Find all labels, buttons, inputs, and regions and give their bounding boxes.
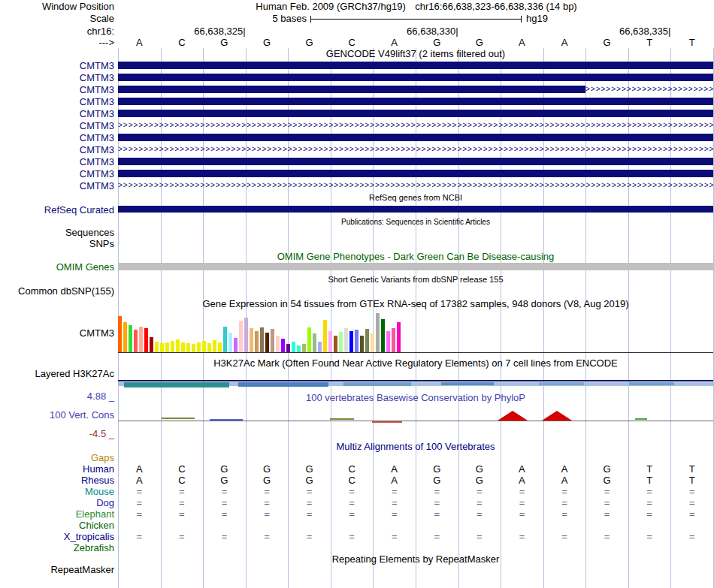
gene-strand-arrows[interactable]: >>>>>>>>>>>>>>>>>>>>>>>>>>>>>>>>>>>>>>>>…	[118, 146, 713, 153]
track-label-gencode[interactable]: CMTM3	[0, 96, 114, 107]
species-label-chicken[interactable]: Chicken	[0, 520, 114, 531]
species-label-human[interactable]: Human	[0, 463, 114, 475]
gtex-expression-bar[interactable]	[376, 313, 380, 352]
gtex-expression-bar[interactable]	[286, 344, 290, 352]
dbsnp-track-title[interactable]: Short Genetic Variants from dbSNP releas…	[118, 275, 713, 284]
gtex-expression-bar[interactable]	[381, 319, 385, 352]
gtex-expression-bar[interactable]	[371, 333, 374, 352]
track-label-gencode[interactable]: CMTM3	[0, 180, 114, 191]
gtex-expression-bar[interactable]	[292, 342, 295, 352]
gtex-expression-bar[interactable]	[339, 332, 343, 352]
gene-strand-arrows[interactable]: >>>>>>>>>>>>>>>>>>>>>>>>>>>>>>>>>>>>>>>>…	[118, 182, 713, 189]
multiz-track-title[interactable]: Multiz Alignments of 100 Vertebrates	[118, 441, 713, 452]
gene-bar[interactable]	[118, 158, 713, 165]
track-label-snps[interactable]: SNPs	[0, 238, 114, 249]
gene-strand-arrows[interactable]: >>>>>>>>>>>>>>>>>>>>>>>>>>>>>>>>>>>>>>>>…	[118, 122, 713, 129]
gtex-expression-bar[interactable]	[355, 330, 359, 352]
cons-track-title[interactable]: 100 vertebrates Basewise Conservation by…	[118, 392, 713, 403]
encode-track-title[interactable]: H3K27Ac Mark (Often Found Near Active Re…	[118, 357, 713, 369]
track-label-gencode[interactable]: CMTM3	[0, 168, 114, 179]
gene-bar[interactable]	[118, 98, 713, 105]
species-label-gaps[interactable]: Gaps	[0, 452, 114, 463]
gene-bar[interactable]	[118, 134, 713, 141]
gtex-expression-bar[interactable]	[276, 336, 280, 352]
track-label-gencode[interactable]: CMTM3	[0, 108, 114, 119]
track-label-gencode[interactable]: CMTM3	[0, 120, 114, 131]
gtex-expression-bar[interactable]	[334, 336, 337, 352]
species-label-dog[interactable]: Dog	[0, 497, 114, 508]
repeatmasker-track-title[interactable]: Repeating Elements by RepeatMasker	[118, 553, 713, 565]
gtex-expression-bar[interactable]	[207, 343, 211, 352]
gene-bar[interactable]	[118, 62, 713, 69]
gtex-expression-bar[interactable]	[192, 344, 195, 352]
track-label-omim[interactable]: OMIM Genes	[0, 261, 114, 273]
gtex-expression-bar[interactable]	[365, 329, 369, 352]
gtex-expression-bar[interactable]	[328, 331, 332, 352]
omim-gene-bar[interactable]	[118, 263, 713, 270]
track-label-gencode[interactable]: CMTM3	[0, 60, 114, 71]
track-label-gencode[interactable]: CMTM3	[0, 72, 114, 83]
gtex-expression-bar[interactable]	[323, 320, 327, 352]
gtex-expression-bar[interactable]	[197, 342, 201, 352]
track-label-refseq[interactable]: RefSeq Curated	[0, 204, 114, 216]
gtex-expression-bar[interactable]	[228, 333, 232, 352]
track-label-gencode[interactable]: CMTM3	[0, 156, 114, 167]
gtex-expression-bar[interactable]	[118, 316, 122, 352]
track-label-gencode[interactable]: CMTM3	[0, 144, 114, 155]
species-label-mouse[interactable]: Mouse	[0, 486, 114, 497]
gene-bar[interactable]	[118, 110, 713, 117]
refseq-track-title[interactable]: RefSeq genes from NCBI	[118, 193, 713, 202]
gene-bar[interactable]	[118, 74, 713, 81]
gtex-expression-bar[interactable]	[349, 331, 353, 352]
gtex-expression-bar[interactable]	[223, 327, 227, 352]
track-label-dbsnp[interactable]: Common dbSNP(155)	[0, 285, 114, 297]
gtex-expression-bar[interactable]	[155, 342, 159, 352]
track-label-cons[interactable]: 100 Vert. Cons	[0, 409, 114, 421]
gtex-expression-bar[interactable]	[302, 344, 306, 352]
gtex-expression-bar[interactable]	[244, 318, 248, 352]
species-label-rhesus[interactable]: Rhesus	[0, 475, 114, 486]
gtex-expression-bar[interactable]	[171, 341, 174, 352]
gtex-expression-bar[interactable]	[392, 328, 395, 352]
gtex-expression-bar[interactable]	[123, 322, 127, 352]
track-label-sequences[interactable]: Sequences	[0, 227, 114, 238]
gtex-expression-bar[interactable]	[134, 330, 138, 352]
track-label-gencode[interactable]: CMTM3	[0, 132, 114, 143]
omim-track-title[interactable]: OMIM Gene Phenotypes - Dark Green Can Be…	[118, 251, 713, 262]
gtex-expression-bar[interactable]	[386, 331, 390, 352]
gtex-expression-bar[interactable]	[160, 343, 164, 352]
gtex-expression-bar[interactable]	[307, 327, 311, 352]
gtex-expression-bar[interactable]	[176, 339, 180, 352]
gene-strand-arrows[interactable]: >>>>>>>>>>>>>>>>>>>>>>>>>>>>>	[585, 86, 713, 93]
gtex-expression-bar[interactable]	[144, 328, 148, 352]
species-label-zebrafish[interactable]: Zebrafish	[0, 542, 114, 553]
species-label-elephant[interactable]: Elephant	[0, 508, 114, 520]
gtex-expression-bar[interactable]	[218, 342, 222, 352]
gtex-expression-bar[interactable]	[186, 343, 190, 352]
gtex-expression-bar[interactable]	[281, 339, 285, 352]
gtex-expression-bar[interactable]	[139, 327, 143, 352]
gtex-expression-bar[interactable]	[234, 338, 237, 352]
gencode-track-title[interactable]: GENCODE V49lift37 (2 items filtered out)	[118, 48, 713, 59]
track-label-gtex-gene[interactable]: CMTM3	[0, 327, 114, 339]
gtex-expression-bar[interactable]	[260, 327, 264, 352]
gtex-expression-bar[interactable]	[202, 341, 206, 352]
gene-bar[interactable]	[118, 86, 585, 93]
gtex-expression-bar[interactable]	[165, 342, 169, 352]
gtex-expression-bar[interactable]	[313, 333, 316, 352]
gtex-expression-bar[interactable]	[344, 328, 348, 352]
gtex-expression-bar[interactable]	[150, 337, 153, 352]
gtex-expression-bar[interactable]	[129, 325, 132, 352]
gtex-track-title[interactable]: Gene Expression in 54 tissues from GTEx …	[118, 298, 713, 309]
gtex-expression-bar[interactable]	[250, 328, 253, 352]
species-label-x_tropicalis[interactable]: X_tropicalis	[0, 531, 114, 542]
track-label-h3k27ac[interactable]: Layered H3K27Ac	[0, 368, 114, 379]
publications-track-title[interactable]: Publications: Sequences in Scientific Ar…	[118, 218, 713, 226]
gtex-expression-bar[interactable]	[213, 340, 216, 352]
gtex-expression-bar[interactable]	[271, 329, 274, 352]
refseq-gene-bar[interactable]	[118, 206, 713, 213]
gtex-expression-bar[interactable]	[239, 321, 243, 352]
track-label-gencode[interactable]: CMTM3	[0, 84, 114, 95]
gtex-expression-bar[interactable]	[181, 342, 185, 352]
gtex-expression-bar[interactable]	[318, 342, 322, 352]
